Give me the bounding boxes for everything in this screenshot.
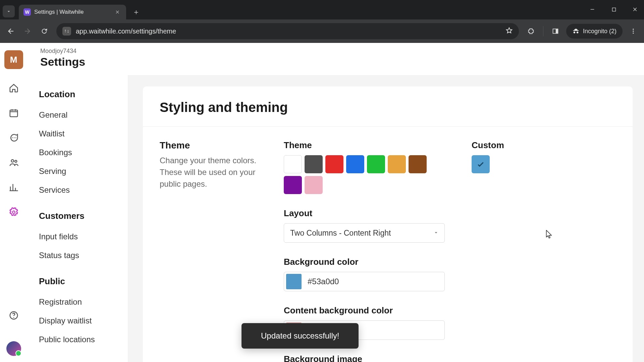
- theme-swatch-blue[interactable]: [346, 155, 364, 173]
- theme-swatch-purple[interactable]: [284, 176, 302, 194]
- rail-chat[interactable]: [8, 132, 19, 143]
- browser-tab[interactable]: W Settings | Waitwhile: [19, 5, 126, 19]
- window-close-button[interactable]: [629, 3, 641, 15]
- content-area: Styling and theming Theme Change your th…: [128, 75, 644, 362]
- incognito-icon: [572, 27, 580, 35]
- sidenav-group-public: Public: [39, 276, 118, 287]
- svg-rect-11: [10, 110, 17, 117]
- extensions-button[interactable]: [524, 24, 538, 39]
- theme-swatch-brown[interactable]: [409, 155, 427, 173]
- nav-forward-button[interactable]: [20, 24, 35, 39]
- sidenav-item-serving[interactable]: Serving: [39, 162, 118, 181]
- theme-section-heading: Theme: [160, 140, 270, 151]
- favicon-icon: W: [23, 8, 31, 16]
- nav-back-button[interactable]: [3, 24, 18, 39]
- tab-close-button[interactable]: [114, 8, 121, 16]
- omnibox[interactable]: app.waitwhile.com/settings/theme: [56, 23, 519, 39]
- theme-swatch-red[interactable]: [325, 155, 343, 173]
- sidenav-item-services[interactable]: Services: [39, 181, 118, 199]
- toolbar-divider: [543, 26, 543, 36]
- sidenav-item-status-tags[interactable]: Status tags: [39, 246, 118, 265]
- sidenav-item-public-locations[interactable]: Public locations: [39, 330, 118, 349]
- settings-card: Styling and theming Theme Change your th…: [143, 86, 633, 362]
- arrow-right-icon: [23, 27, 32, 35]
- svg-rect-7: [556, 29, 558, 33]
- svg-rect-3: [65, 32, 66, 32]
- sidenav-item-waitlist[interactable]: Waitlist: [39, 124, 118, 143]
- bg-image-label: Background image: [284, 354, 458, 362]
- nav-reload-button[interactable]: [37, 24, 52, 39]
- window-maximize-button[interactable]: [608, 3, 620, 15]
- address-bar: app.waitwhile.com/settings/theme Incogni…: [0, 19, 644, 43]
- org-logo[interactable]: M: [4, 50, 23, 69]
- kebab-icon: [630, 28, 637, 35]
- theme-swatch-green[interactable]: [367, 155, 385, 173]
- theme-swatch-white[interactable]: [284, 155, 302, 173]
- reload-icon: [41, 27, 48, 35]
- sidenav-group-customers: Customers: [39, 211, 118, 221]
- sidenav-item-bookings[interactable]: Bookings: [39, 143, 118, 162]
- rail-analytics[interactable]: [8, 182, 19, 193]
- home-icon: [9, 83, 19, 93]
- user-avatar[interactable]: [6, 341, 21, 356]
- arrow-left-icon: [7, 27, 15, 35]
- layout-label: Layout: [284, 208, 458, 219]
- theme-label: Theme: [284, 140, 458, 150]
- theme-section-description: Change your theme colors. These will be …: [160, 155, 270, 190]
- theme-swatch-orange[interactable]: [388, 155, 406, 173]
- theme-swatch-pink[interactable]: [305, 176, 323, 194]
- rail-help[interactable]: [8, 310, 19, 321]
- new-tab-button[interactable]: ＋: [130, 6, 142, 18]
- page-header: Moodjoy7434 Settings: [40, 48, 85, 68]
- browser-menu-button[interactable]: [626, 24, 641, 39]
- bg-color-chip[interactable]: [286, 274, 302, 289]
- chat-icon: [9, 133, 19, 143]
- tabs-dropdown[interactable]: [3, 5, 15, 17]
- bookmark-button[interactable]: [505, 27, 513, 36]
- toast: Updated successfully!: [241, 323, 359, 349]
- tab-strip: W Settings | Waitwhile ＋: [0, 0, 644, 19]
- window-minimize-button[interactable]: [586, 3, 598, 15]
- minimize-icon: [590, 7, 595, 12]
- svg-point-9: [633, 31, 634, 32]
- theme-row: Theme Change your theme colors. These wi…: [160, 140, 616, 362]
- sidenav-item-registration[interactable]: Registration: [39, 293, 118, 311]
- theme-swatch-dark[interactable]: [305, 155, 323, 173]
- nav-rail: M: [0, 43, 28, 362]
- svg-point-8: [633, 29, 634, 30]
- site-settings-icon[interactable]: [62, 27, 71, 36]
- rail-home[interactable]: [8, 82, 19, 94]
- window-controls: [586, 3, 641, 15]
- page-title: Settings: [40, 55, 85, 68]
- settings-sidenav[interactable]: Location General Waitlist Bookings Servi…: [28, 75, 128, 362]
- svg-point-19: [13, 317, 14, 318]
- svg-point-16: [15, 160, 17, 162]
- gear-icon: [9, 207, 19, 217]
- puzzle-icon: [527, 27, 535, 35]
- sidenav-group-location: Location: [39, 89, 118, 100]
- layout-select[interactable]: Two Columns - Content Right: [284, 223, 445, 243]
- svg-rect-0: [591, 9, 594, 9]
- content-bg-label: Content background color: [284, 305, 458, 316]
- bg-color-input[interactable]: [308, 277, 438, 286]
- sidepanel-button[interactable]: [548, 24, 563, 39]
- svg-point-10: [633, 33, 634, 34]
- svg-point-13: [14, 137, 15, 138]
- rail-calendar[interactable]: [8, 107, 19, 119]
- svg-point-17: [12, 211, 15, 214]
- toast-text: Updated successfully!: [261, 331, 339, 340]
- rail-settings[interactable]: [8, 206, 19, 218]
- svg-point-2: [65, 30, 66, 31]
- sidenav-item-display-waitlist[interactable]: Display waitlist: [39, 311, 118, 330]
- incognito-label: Incognito (2): [583, 28, 616, 35]
- sidenav-item-general[interactable]: General: [39, 106, 118, 124]
- help-icon: [9, 310, 19, 320]
- incognito-indicator[interactable]: Incognito (2): [566, 24, 623, 39]
- layout-value: Two Columns - Content Right: [290, 229, 391, 238]
- org-name: Moodjoy7434: [40, 48, 85, 55]
- bg-color-field[interactable]: [284, 272, 445, 291]
- app: M Moodjoy7434 Settings Location General …: [0, 43, 644, 362]
- custom-swatch-selected[interactable]: [472, 155, 490, 173]
- sidenav-item-input-fields[interactable]: Input fields: [39, 227, 118, 246]
- rail-people[interactable]: [8, 157, 19, 168]
